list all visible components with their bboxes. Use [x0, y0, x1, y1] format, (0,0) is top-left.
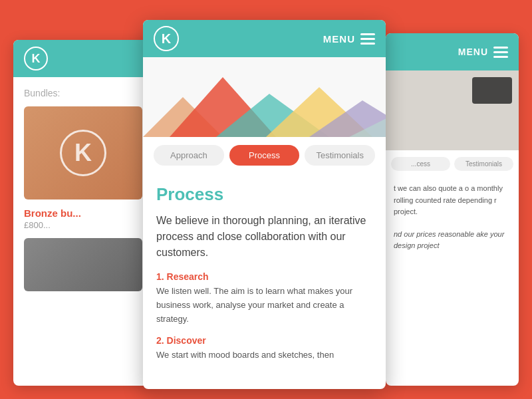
- right-card-text: t we can also quote a o a monthly rollin…: [386, 178, 519, 223]
- main-card-content: Process We believe in thorough planning,…: [143, 174, 386, 387]
- left-logo: K: [24, 47, 48, 70]
- mountain-svg: [143, 57, 386, 137]
- main-menu-label: MENU: [323, 33, 355, 45]
- left-card: K Bundles: K Bronze bu... £800...: [13, 40, 153, 386]
- right-menu-label: MENU: [458, 47, 488, 57]
- hamburger-line-1: [493, 47, 508, 49]
- right-card-tabs: ...cess Testimonials: [386, 150, 519, 178]
- right-card-italic-text: nd our prices reasonable ake your design…: [386, 223, 519, 257]
- right-card-header: MENU: [386, 33, 519, 70]
- right-card: MENU ...cess Testimonials t we can also …: [386, 33, 519, 386]
- bundle-image2: [24, 238, 142, 291]
- right-card-image-inner: [386, 70, 519, 150]
- left-card-body: Bundles: K Bronze bu... £800...: [13, 77, 153, 302]
- bundle-image: K: [24, 106, 142, 200]
- main-hamburger-line-2: [360, 38, 375, 40]
- hamburger-line-2: [493, 51, 508, 53]
- step-2-title: 2. Discover: [156, 335, 372, 346]
- main-hamburger-line-1: [360, 33, 375, 35]
- bronze-price: £800...: [24, 220, 142, 230]
- tab-approach[interactable]: Approach: [154, 145, 224, 166]
- main-hamburger-line-3: [360, 43, 375, 45]
- main-card: K MENU Approach Process Testimonials Pro: [143, 20, 386, 389]
- step-1-body: We listen well. The aim is to learn what…: [156, 285, 372, 326]
- right-tab-testimonials: Testimonials: [454, 157, 513, 171]
- main-hamburger-icon: [360, 33, 375, 45]
- main-menu[interactable]: MENU: [323, 33, 375, 45]
- process-intro: We believe in thorough planning, an iter…: [156, 213, 372, 261]
- bronze-title: Bronze bu...: [24, 207, 142, 219]
- step-1-title: 1. Research: [156, 271, 372, 282]
- step-2-body: We start with mood boards and sketches, …: [156, 348, 372, 362]
- right-tab-process: ...cess: [391, 157, 450, 171]
- left-card-header: K: [13, 40, 153, 77]
- hamburger-icon: [493, 47, 508, 58]
- tab-testimonials[interactable]: Testimonials: [305, 145, 375, 166]
- hamburger-line-3: [493, 56, 508, 58]
- bundles-label: Bundles:: [24, 88, 142, 98]
- process-heading: Process: [156, 184, 372, 205]
- right-card-image: [386, 70, 519, 150]
- main-tabs-row: Approach Process Testimonials: [143, 137, 386, 174]
- mountain-illustration: [143, 57, 386, 137]
- main-logo: K: [154, 26, 179, 51]
- main-card-header: K MENU: [143, 20, 386, 57]
- bundle-k-circle: K: [60, 130, 106, 176]
- tab-process[interactable]: Process: [229, 145, 300, 166]
